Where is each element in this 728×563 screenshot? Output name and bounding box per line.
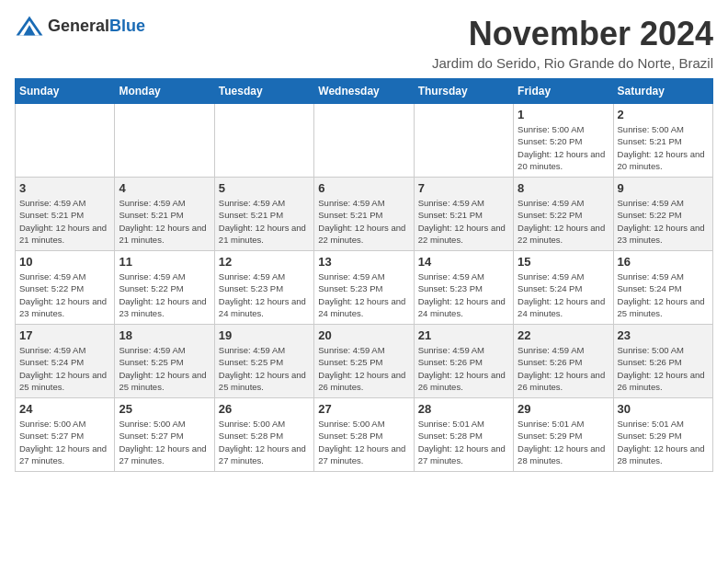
day-info: Sunrise: 4:59 AM Sunset: 5:21 PM Dayligh…	[119, 197, 210, 246]
day-info: Sunrise: 5:01 AM Sunset: 5:29 PM Dayligh…	[518, 418, 609, 466]
day-number: 2	[618, 108, 709, 121]
day-number: 10	[19, 255, 110, 269]
calendar-cell: 2Sunrise: 5:00 AM Sunset: 5:21 PM Daylig…	[613, 104, 712, 178]
calendar-cell: 8Sunrise: 4:59 AM Sunset: 5:22 PM Daylig…	[514, 178, 613, 251]
day-number: 29	[518, 402, 609, 416]
day-number: 5	[219, 181, 310, 195]
day-number: 11	[119, 255, 210, 269]
calendar-cell: 5Sunrise: 4:59 AM Sunset: 5:21 PM Daylig…	[214, 178, 313, 251]
calendar-cell: 27Sunrise: 5:00 AM Sunset: 5:28 PM Dayli…	[314, 398, 414, 472]
calendar-cell: 4Sunrise: 4:59 AM Sunset: 5:21 PM Daylig…	[115, 178, 214, 251]
day-info: Sunrise: 4:59 AM Sunset: 5:21 PM Dayligh…	[318, 197, 409, 246]
day-info: Sunrise: 4:59 AM Sunset: 5:25 PM Dayligh…	[219, 344, 310, 393]
calendar-cell: 16Sunrise: 4:59 AM Sunset: 5:24 PM Dayli…	[613, 251, 712, 325]
day-number: 4	[119, 181, 210, 195]
subtitle: Jardim do Serido, Rio Grande do Norte, B…	[432, 55, 713, 71]
day-number: 3	[19, 181, 110, 195]
day-number: 30	[618, 402, 709, 416]
day-info: Sunrise: 4:59 AM Sunset: 5:23 PM Dayligh…	[219, 270, 310, 319]
day-info: Sunrise: 4:59 AM Sunset: 5:22 PM Dayligh…	[518, 197, 609, 246]
calendar-week-row: 3Sunrise: 4:59 AM Sunset: 5:21 PM Daylig…	[16, 178, 713, 251]
day-number: 26	[219, 402, 310, 416]
calendar-cell: 29Sunrise: 5:01 AM Sunset: 5:29 PM Dayli…	[514, 398, 613, 472]
calendar-cell: 20Sunrise: 4:59 AM Sunset: 5:25 PM Dayli…	[314, 325, 414, 398]
day-number: 28	[418, 402, 509, 416]
calendar-cell: 13Sunrise: 4:59 AM Sunset: 5:23 PM Dayli…	[314, 251, 414, 325]
calendar-cell: 26Sunrise: 5:00 AM Sunset: 5:28 PM Dayli…	[214, 398, 313, 472]
day-info: Sunrise: 4:59 AM Sunset: 5:21 PM Dayligh…	[219, 197, 310, 246]
day-number: 22	[518, 328, 609, 342]
weekday-header-saturday: Saturday	[613, 79, 712, 104]
day-info: Sunrise: 4:59 AM Sunset: 5:21 PM Dayligh…	[418, 197, 509, 246]
day-number: 24	[19, 402, 110, 416]
calendar-cell: 1Sunrise: 5:00 AM Sunset: 5:20 PM Daylig…	[514, 104, 613, 178]
calendar-week-row: 17Sunrise: 4:59 AM Sunset: 5:24 PM Dayli…	[16, 325, 713, 398]
day-info: Sunrise: 5:00 AM Sunset: 5:26 PM Dayligh…	[618, 344, 709, 393]
day-info: Sunrise: 4:59 AM Sunset: 5:22 PM Dayligh…	[19, 270, 110, 319]
day-info: Sunrise: 4:59 AM Sunset: 5:24 PM Dayligh…	[518, 270, 609, 319]
calendar-table: SundayMondayTuesdayWednesdayThursdayFrid…	[15, 78, 713, 472]
day-info: Sunrise: 5:00 AM Sunset: 5:28 PM Dayligh…	[318, 418, 409, 466]
calendar-cell	[214, 104, 313, 178]
calendar-cell: 19Sunrise: 4:59 AM Sunset: 5:25 PM Dayli…	[214, 325, 313, 398]
logo: GeneralBlue	[15, 15, 145, 37]
day-number: 9	[618, 181, 709, 195]
calendar-week-row: 24Sunrise: 5:00 AM Sunset: 5:27 PM Dayli…	[16, 398, 713, 472]
weekday-header-wednesday: Wednesday	[314, 79, 414, 104]
calendar-week-row: 10Sunrise: 4:59 AM Sunset: 5:22 PM Dayli…	[16, 251, 713, 325]
day-info: Sunrise: 5:00 AM Sunset: 5:21 PM Dayligh…	[618, 123, 709, 172]
day-info: Sunrise: 4:59 AM Sunset: 5:23 PM Dayligh…	[318, 270, 409, 319]
logo-text-general: General	[48, 17, 109, 35]
day-info: Sunrise: 4:59 AM Sunset: 5:26 PM Dayligh…	[418, 344, 509, 393]
day-number: 18	[119, 328, 210, 342]
day-info: Sunrise: 4:59 AM Sunset: 5:24 PM Dayligh…	[618, 270, 709, 319]
weekday-header-sunday: Sunday	[16, 79, 115, 104]
calendar-cell: 10Sunrise: 4:59 AM Sunset: 5:22 PM Dayli…	[16, 251, 115, 325]
day-info: Sunrise: 4:59 AM Sunset: 5:22 PM Dayligh…	[119, 270, 210, 319]
calendar-cell: 11Sunrise: 4:59 AM Sunset: 5:22 PM Dayli…	[115, 251, 214, 325]
calendar-cell: 6Sunrise: 4:59 AM Sunset: 5:21 PM Daylig…	[314, 178, 414, 251]
day-number: 12	[219, 255, 310, 269]
calendar-cell: 14Sunrise: 4:59 AM Sunset: 5:23 PM Dayli…	[414, 251, 513, 325]
header: GeneralBlue November 2024 Jardim do Seri…	[15, 15, 713, 71]
day-number: 14	[418, 255, 509, 269]
day-info: Sunrise: 4:59 AM Sunset: 5:21 PM Dayligh…	[19, 197, 110, 246]
calendar-cell: 17Sunrise: 4:59 AM Sunset: 5:24 PM Dayli…	[16, 325, 115, 398]
calendar-cell: 9Sunrise: 4:59 AM Sunset: 5:22 PM Daylig…	[613, 178, 712, 251]
day-number: 6	[318, 181, 409, 195]
calendar-cell: 15Sunrise: 4:59 AM Sunset: 5:24 PM Dayli…	[514, 251, 613, 325]
day-info: Sunrise: 5:00 AM Sunset: 5:20 PM Dayligh…	[518, 123, 609, 172]
day-info: Sunrise: 4:59 AM Sunset: 5:26 PM Dayligh…	[518, 344, 609, 393]
weekday-header-thursday: Thursday	[414, 79, 513, 104]
day-info: Sunrise: 5:01 AM Sunset: 5:28 PM Dayligh…	[418, 418, 509, 466]
calendar-cell	[414, 104, 513, 178]
day-info: Sunrise: 5:00 AM Sunset: 5:28 PM Dayligh…	[219, 418, 310, 466]
day-info: Sunrise: 4:59 AM Sunset: 5:23 PM Dayligh…	[418, 270, 509, 319]
logo-icon	[15, 15, 44, 37]
calendar-cell: 30Sunrise: 5:01 AM Sunset: 5:29 PM Dayli…	[613, 398, 712, 472]
calendar-cell	[314, 104, 414, 178]
calendar-cell: 18Sunrise: 4:59 AM Sunset: 5:25 PM Dayli…	[115, 325, 214, 398]
day-number: 20	[318, 328, 409, 342]
day-info: Sunrise: 5:00 AM Sunset: 5:27 PM Dayligh…	[19, 418, 110, 466]
day-number: 23	[618, 328, 709, 342]
day-number: 13	[318, 255, 409, 269]
logo-text-blue: Blue	[109, 17, 145, 35]
calendar-cell: 23Sunrise: 5:00 AM Sunset: 5:26 PM Dayli…	[613, 325, 712, 398]
day-info: Sunrise: 4:59 AM Sunset: 5:24 PM Dayligh…	[19, 344, 110, 393]
weekday-header-friday: Friday	[514, 79, 613, 104]
calendar-cell: 25Sunrise: 5:00 AM Sunset: 5:27 PM Dayli…	[115, 398, 214, 472]
day-number: 7	[418, 181, 509, 195]
month-title: November 2024	[432, 15, 713, 53]
day-info: Sunrise: 5:01 AM Sunset: 5:29 PM Dayligh…	[618, 418, 709, 466]
calendar-cell	[115, 104, 214, 178]
day-number: 25	[119, 402, 210, 416]
calendar-cell: 28Sunrise: 5:01 AM Sunset: 5:28 PM Dayli…	[414, 398, 513, 472]
weekday-header-row: SundayMondayTuesdayWednesdayThursdayFrid…	[16, 79, 713, 104]
calendar-cell	[16, 104, 115, 178]
weekday-header-tuesday: Tuesday	[214, 79, 313, 104]
day-number: 8	[518, 181, 609, 195]
day-info: Sunrise: 5:00 AM Sunset: 5:27 PM Dayligh…	[119, 418, 210, 466]
calendar-cell: 12Sunrise: 4:59 AM Sunset: 5:23 PM Dayli…	[214, 251, 313, 325]
calendar-week-row: 1Sunrise: 5:00 AM Sunset: 5:20 PM Daylig…	[16, 104, 713, 178]
